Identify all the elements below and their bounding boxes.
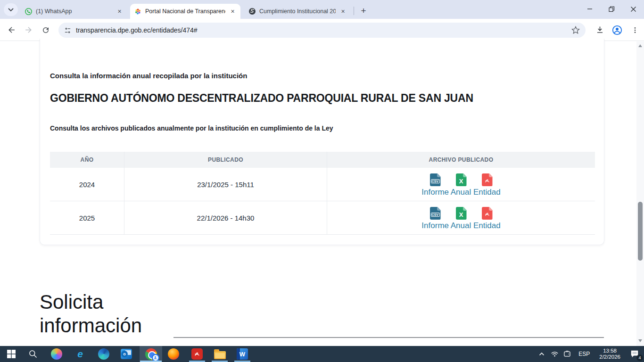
copilot-icon[interactable] xyxy=(45,346,68,362)
files-cell: CSV X Informe Anual Entidad xyxy=(327,201,595,234)
tab-title: (1) WhatsApp xyxy=(36,8,112,15)
notification-badge: 4 xyxy=(636,354,643,361)
annual-reports-card: Consulta la información anual recopilada… xyxy=(40,39,604,245)
intro-text: Consulta la información anual recopilada… xyxy=(50,72,247,80)
tray-chevron-up-icon[interactable] xyxy=(535,346,548,362)
informe-anual-link[interactable]: Informe Anual Entidad xyxy=(421,188,500,197)
page-scrollbar[interactable] xyxy=(636,41,644,346)
tab-portal-transparencia[interactable]: Portal Nacional de Transparenci × xyxy=(130,4,240,19)
page-content: Consulta la información anual recopilada… xyxy=(0,41,644,346)
menu-kebab-icon[interactable] xyxy=(627,22,643,38)
taskbar-search-button[interactable] xyxy=(22,346,44,362)
csv-file-icon[interactable]: CSV xyxy=(430,173,441,186)
system-tray: ESP 13:58 2/2/2026 4 xyxy=(535,346,644,362)
section-divider xyxy=(173,337,604,338)
bookmark-star-icon[interactable] xyxy=(571,26,580,34)
tab-search-button[interactable] xyxy=(4,3,18,16)
notification-center-button[interactable]: 4 xyxy=(625,346,644,362)
windows-taskbar: e o W ESP xyxy=(0,346,644,362)
back-button[interactable] xyxy=(4,22,19,38)
chrome-profile-badge xyxy=(152,354,159,362)
acrobat-icon[interactable] xyxy=(186,346,208,362)
scrollbar-thumb[interactable] xyxy=(638,202,643,261)
csv-file-icon[interactable]: CSV xyxy=(430,207,441,220)
internet-explorer-icon[interactable]: e xyxy=(69,346,91,362)
table-header-row: AÑO PUBLICADO ARCHIVO PUBLICADO xyxy=(50,152,595,168)
address-bar[interactable]: transparencia.dpe.gob.ec/entidades/474# xyxy=(58,23,586,38)
start-button[interactable] xyxy=(0,346,23,362)
published-cell: 22/1/2026 - 14h30 xyxy=(124,201,327,234)
pdf-file-icon[interactable] xyxy=(482,207,493,220)
scroll-up-arrow[interactable] xyxy=(638,44,642,47)
whatsapp-icon xyxy=(25,8,33,16)
outlook-icon[interactable]: o xyxy=(115,346,138,362)
globe-swirl-icon xyxy=(248,8,256,16)
entity-name-heading: GOBIERNO AUTÓNOMO DESCENTRALIZADO PARROQ… xyxy=(50,92,473,105)
tray-date: 2/2/2026 xyxy=(599,354,620,360)
chrome-icon[interactable] xyxy=(140,346,162,362)
tray-time: 13:58 xyxy=(599,348,620,354)
request-info-heading: Solicita información xyxy=(40,290,181,337)
site-info-icon[interactable] xyxy=(64,27,71,34)
downloads-button[interactable] xyxy=(592,22,608,38)
chevron-down-icon xyxy=(8,8,14,12)
edge-icon[interactable] xyxy=(92,346,115,362)
browser-toolbar: transparencia.dpe.gob.ec/entidades/474# xyxy=(0,19,644,41)
column-header-published: PUBLICADO xyxy=(124,152,327,168)
clock[interactable]: 13:58 2/2/2026 xyxy=(594,346,625,362)
minimize-button[interactable] xyxy=(579,0,601,18)
reports-table: AÑO PUBLICADO ARCHIVO PUBLICADO 2024 23/… xyxy=(50,152,595,235)
informe-anual-link[interactable]: Informe Anual Entidad xyxy=(421,221,500,230)
close-tab-icon[interactable]: × xyxy=(229,8,237,16)
close-window-button[interactable] xyxy=(622,0,644,18)
url-text[interactable]: transparencia.dpe.gob.ec/entidades/474# xyxy=(76,26,571,34)
excel-file-icon[interactable]: X xyxy=(456,173,467,186)
firefox-icon[interactable] xyxy=(162,346,185,362)
pdf-file-icon[interactable] xyxy=(482,173,493,186)
close-tab-icon[interactable]: × xyxy=(339,8,347,16)
tab-title: Cumplimiento Institucional 202 xyxy=(259,8,336,15)
window-controls xyxy=(579,0,644,18)
tab-separator xyxy=(354,7,354,15)
files-cell: CSV X Informe Anual Entidad xyxy=(327,168,595,201)
tab-whatsapp[interactable]: (1) WhatsApp × xyxy=(21,4,127,19)
year-cell: 2024 xyxy=(50,168,124,201)
restore-button[interactable] xyxy=(601,0,622,18)
table-row: 2025 22/1/2026 - 14h30 CSV X Informe Anu… xyxy=(50,201,595,235)
published-cell: 23/1/2025 - 15h11 xyxy=(124,168,327,201)
close-tab-icon[interactable]: × xyxy=(116,8,124,16)
table-row: 2024 23/1/2025 - 15h11 CSV X Informe Anu… xyxy=(50,168,595,201)
excel-file-icon[interactable]: X xyxy=(456,207,467,220)
profile-avatar[interactable] xyxy=(609,22,625,38)
tab-title: Portal Nacional de Transparenci xyxy=(145,8,225,15)
year-cell: 2025 xyxy=(50,201,124,234)
reload-button[interactable] xyxy=(38,22,53,38)
tray-device-icon[interactable] xyxy=(561,346,574,362)
subtitle-text: Consulta los archivos publicados anualme… xyxy=(50,124,333,132)
forward-button[interactable] xyxy=(21,22,36,38)
wifi-icon[interactable] xyxy=(548,346,561,362)
file-explorer-icon[interactable] xyxy=(208,346,231,362)
new-tab-button[interactable]: + xyxy=(357,5,370,17)
tab-cumplimiento[interactable]: Cumplimiento Institucional 202 × xyxy=(244,4,351,19)
language-indicator[interactable]: ESP xyxy=(574,346,594,362)
column-header-year: AÑO xyxy=(50,152,124,168)
word-icon[interactable]: W xyxy=(231,346,254,362)
scroll-down-arrow[interactable] xyxy=(638,339,642,342)
column-header-file: ARCHIVO PUBLICADO xyxy=(327,152,595,168)
tab-strip: (1) WhatsApp × Portal Nacional de Transp… xyxy=(0,0,644,19)
portal-favicon xyxy=(134,8,142,16)
